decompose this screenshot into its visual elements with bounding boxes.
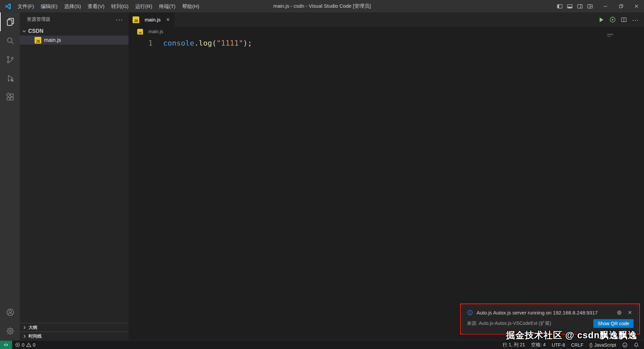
code-token-close-paren: ): [243, 39, 247, 47]
braces-icon: {}: [589, 342, 592, 348]
chevron-down-icon: [21, 28, 27, 34]
minimap-line-mark: [607, 36, 611, 37]
language-label: JavaScript: [594, 342, 616, 348]
tab-mainjs[interactable]: JS main.js: [129, 12, 175, 27]
menu-selection[interactable]: 选择(S): [61, 0, 84, 12]
code-text: console.log("1111");: [163, 38, 252, 49]
info-icon: [467, 309, 473, 316]
minimap[interactable]: [607, 34, 613, 37]
tree-file-mainjs[interactable]: JS main.js: [20, 36, 129, 45]
explorer-title: 资源管理器: [27, 16, 50, 22]
encoding-status[interactable]: UTF-8: [549, 341, 568, 349]
tab-bar: JS main.js ···: [129, 12, 644, 27]
run-on-device-button[interactable]: [608, 15, 617, 24]
code-token-dot: .: [194, 39, 199, 47]
notification-message: Auto.js Autox.js server running on 192.1…: [477, 310, 612, 315]
settings-gear-icon[interactable]: [0, 322, 20, 340]
notification-close-icon[interactable]: [626, 309, 634, 316]
toggle-secondary-sidebar-icon[interactable]: [575, 0, 585, 12]
problems-status[interactable]: 0 0: [12, 341, 39, 349]
menu-view[interactable]: 查看(V): [84, 0, 108, 12]
code-line-1[interactable]: 1 console.log("1111");: [129, 38, 644, 49]
tab-close-icon[interactable]: [165, 17, 170, 22]
show-qr-code-button[interactable]: Show QR code: [593, 319, 634, 328]
javascript-file-icon: JS: [137, 29, 143, 35]
toggle-panel-icon[interactable]: [565, 0, 575, 12]
activity-bar: [0, 12, 20, 340]
breadcrumb[interactable]: JS main.js: [129, 27, 644, 36]
code-token-string: "1111": [216, 39, 243, 47]
feedback-icon[interactable]: [619, 341, 631, 349]
editor-more-actions-icon[interactable]: ···: [631, 15, 640, 24]
explorer-more-actions-icon[interactable]: ···: [115, 18, 123, 21]
restore-button[interactable]: [613, 0, 629, 12]
notification-settings-gear-icon[interactable]: [615, 309, 623, 316]
minimize-button[interactable]: [598, 0, 613, 12]
menu-file[interactable]: 文件(F): [14, 0, 37, 12]
menu-edit[interactable]: 编辑(E): [37, 0, 61, 12]
search-icon[interactable]: [0, 31, 20, 50]
tab-label: main.js: [145, 17, 161, 22]
remote-indicator[interactable]: [0, 341, 12, 349]
status-bar: 0 0 行 1, 列 21 空格: 4 UTF-8 CRLF {} JavaSc…: [0, 340, 644, 349]
indentation-status[interactable]: 空格: 4: [528, 341, 549, 349]
timeline-section-header[interactable]: 时间线: [20, 332, 129, 340]
close-window-button[interactable]: [629, 0, 644, 12]
minimap-line-mark: [607, 34, 613, 35]
chevron-right-icon: [22, 325, 27, 330]
breadcrumb-item[interactable]: main.js: [148, 29, 163, 34]
line-number[interactable]: 1: [129, 38, 153, 49]
source-control-icon[interactable]: [0, 50, 20, 69]
code-token-console: console: [163, 39, 194, 47]
run-file-button[interactable]: [596, 15, 606, 24]
title-bar: 文件(F) 编辑(E) 选择(S) 查看(V) 转到(G) 运行(R) 终端(T…: [0, 0, 644, 12]
vscode-logo-icon: [4, 3, 11, 10]
folder-label: CSDN: [28, 28, 43, 34]
editor-group: JS main.js ··· JS main.js: [129, 12, 644, 340]
window-title: main.js - csdn - Visual Studio Code [管理员…: [273, 3, 371, 9]
javascript-file-icon: JS: [35, 37, 41, 44]
warning-icon: [26, 342, 31, 347]
menu-run[interactable]: 运行(R): [132, 0, 156, 12]
split-editor-icon[interactable]: [619, 15, 629, 24]
menu-help[interactable]: 帮助(H): [179, 0, 203, 12]
accounts-icon[interactable]: [0, 303, 20, 322]
javascript-file-icon: JS: [133, 16, 139, 23]
code-area[interactable]: 1 console.log("1111");: [129, 36, 644, 49]
outline-label: 大纲: [29, 325, 37, 331]
explorer-sidebar: 资源管理器 ··· CSDN JS main.js 大纲 时间线: [20, 12, 129, 340]
notification-source: 来源: Auto.js-Autox.js-VSCodeExt (扩展): [467, 321, 593, 327]
warning-count: 0: [33, 342, 36, 348]
extensions-icon[interactable]: [0, 88, 20, 106]
menu-terminal[interactable]: 终端(T): [156, 0, 179, 12]
code-token-log: log: [199, 39, 212, 47]
explorer-icon[interactable]: [0, 12, 20, 31]
eol-status[interactable]: CRLF: [568, 341, 587, 349]
timeline-label: 时间线: [29, 333, 42, 339]
menu-go[interactable]: 转到(G): [108, 0, 132, 12]
run-and-debug-icon[interactable]: [0, 69, 20, 88]
error-icon: [15, 342, 20, 347]
tree-folder-csdn[interactable]: CSDN: [20, 26, 129, 36]
customize-layout-icon[interactable]: [585, 0, 595, 12]
notifications-bell-icon[interactable]: [631, 341, 642, 349]
chevron-right-icon: [22, 334, 27, 339]
language-mode-status[interactable]: {} JavaScript: [586, 341, 619, 349]
file-label: main.js: [44, 37, 61, 43]
outline-section-header[interactable]: 大纲: [20, 323, 129, 332]
code-token-semicolon: ;: [248, 39, 252, 47]
toggle-sidebar-icon[interactable]: [555, 0, 565, 12]
cursor-position-status[interactable]: 行 1, 列 21: [500, 341, 528, 349]
code-token-open-paren: (: [212, 39, 216, 47]
error-count: 0: [22, 342, 24, 348]
watermark-text: 掘金技术社区 @ csdn飘逸飘逸: [506, 329, 637, 341]
notification-toast: Auto.js Autox.js server running on 192.1…: [462, 305, 638, 333]
